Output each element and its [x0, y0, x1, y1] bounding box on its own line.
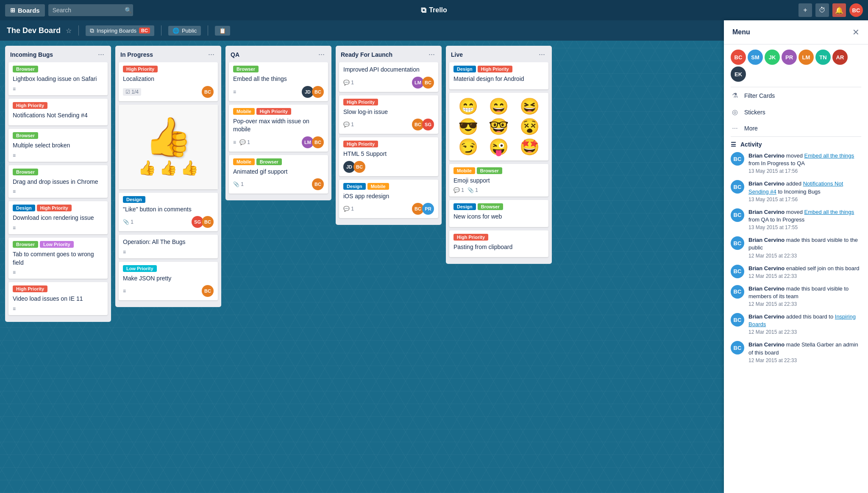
list-menu-button[interactable]: ···: [537, 50, 547, 59]
card-title: Notifications Not Sending #4: [13, 111, 103, 120]
member-avatar-4[interactable]: PR: [782, 50, 797, 65]
card-title: Operation: All The Bugs: [123, 238, 214, 246]
add-button[interactable]: +: [798, 3, 812, 17]
user-avatar[interactable]: BC: [849, 3, 863, 17]
progress-badge: ☑ 1/4: [123, 88, 141, 96]
card-clipboard[interactable]: High Priority Pasting from clipboard: [449, 230, 548, 258]
card-new-icons[interactable]: Design Browser New icons for web: [449, 200, 548, 227]
card-meta: 💬 1 LM BC: [343, 77, 434, 89]
emoji-7: 😏: [453, 138, 483, 156]
card-description-icon: ≡: [123, 288, 126, 294]
card-notifications[interactable]: High Priority Notifications Not Sending …: [8, 99, 108, 126]
filter-cards-item[interactable]: ⚗ Filter Cards: [724, 87, 868, 104]
card-like-button[interactable]: Design "Like" button in comments 📎 1 SG …: [119, 193, 218, 232]
label-mobile: Mobile: [367, 183, 389, 190]
emoji-5: 🤓: [484, 117, 514, 136]
list-menu-button[interactable]: ···: [317, 50, 326, 59]
stickers-item[interactable]: ◎ Stickers: [724, 104, 868, 120]
list-menu-button[interactable]: ···: [427, 50, 437, 59]
label-mobile: Mobile: [233, 108, 255, 115]
label-browser: Browser: [233, 66, 259, 72]
boards-label: Boards: [18, 7, 40, 14]
card-slow-login[interactable]: High Priority Slow log-in issue 💬 1 BC S…: [339, 95, 438, 134]
card-material-design[interactable]: Design High Priority Material design for…: [449, 62, 548, 89]
list-title-live: Live: [451, 51, 463, 58]
timer-button[interactable]: ⏱: [815, 3, 829, 17]
card-ios-redesign[interactable]: Design Mobile iOS app redesign 💬 1 BC PR: [339, 180, 438, 219]
member-avatar-2[interactable]: SM: [748, 50, 763, 65]
card-labels: Mobile High Priority: [233, 108, 324, 115]
panel-close-button[interactable]: ✕: [852, 27, 860, 37]
boards-button[interactable]: ⊞ Boards: [5, 4, 45, 17]
card-labels: Design High Priority: [13, 205, 103, 211]
card-drag-drop[interactable]: Browser Drag and drop issues in Chrome ≡: [8, 165, 108, 198]
notifications-button[interactable]: 🔔: [832, 3, 846, 17]
card-meta: ≡: [13, 225, 103, 231]
member-avatars-row: BC SM JK PR LM TN AR EK: [724, 44, 868, 87]
member-avatar-7[interactable]: AR: [832, 50, 848, 65]
card-multiple-select[interactable]: Browser Multiple select broken ≡: [8, 129, 108, 162]
search-input[interactable]: [48, 4, 133, 16]
activity-link[interactable]: Embed all the things: [804, 152, 854, 159]
card-avatars: BC: [202, 285, 214, 297]
card-avatar-2: BC: [312, 86, 324, 98]
card-lightbox[interactable]: Browser Lightbox loading issue on Safari…: [8, 62, 108, 95]
member-avatar-5[interactable]: LM: [798, 50, 814, 65]
card-meta: 💬 1 BC PR: [343, 203, 434, 215]
card-emoji-support[interactable]: Mobile Browser Emoji support 💬 1 📎 1: [449, 164, 548, 197]
trello-icon: ⧉: [421, 6, 426, 15]
card-meta: ≡: [13, 86, 103, 92]
card-avatar-2: BC: [353, 161, 365, 173]
card-tab-comment[interactable]: Browser Low Priority Tab to comment goes…: [8, 238, 108, 279]
card-emoji-grid[interactable]: 😁 😄 😆 😎 🤓 😵 😏 😜 🤩: [449, 93, 548, 161]
card-localization[interactable]: High Priority Localization ☑ 1/4 BC: [119, 62, 218, 101]
card-labels: Browser: [13, 66, 103, 72]
card-title: Lightbox loading issue on Safari: [13, 75, 103, 83]
card-download-icon[interactable]: Design High Priority Download icon rende…: [8, 201, 108, 234]
card-api-docs[interactable]: Improved API documentation 💬 1 LM BC: [339, 62, 438, 92]
team-label: Inspiring Boards: [97, 28, 136, 34]
more-item[interactable]: ··· More: [724, 120, 868, 136]
list-menu-button[interactable]: ···: [96, 50, 106, 59]
card-title: Localization: [123, 75, 214, 83]
activity-link[interactable]: Embed all the things: [804, 209, 854, 215]
card-meta: ≡ JD BC: [233, 86, 324, 98]
card-json-pretty[interactable]: Low Priority Make JSON pretty ≡ BC: [119, 262, 218, 301]
card-video-load[interactable]: High Priority Video load issues on IE 11…: [8, 282, 108, 315]
member-avatar-3[interactable]: JK: [765, 50, 780, 65]
list-menu-button[interactable]: ···: [206, 50, 216, 59]
card-description-icon: ≡: [13, 306, 16, 312]
share-button[interactable]: 📋: [215, 26, 230, 36]
activity-time-1: 13 May 2015 at 17:56: [748, 168, 861, 174]
card-html5[interactable]: High Priority HTML 5 Support JD BC: [339, 137, 438, 176]
list-ready-for-launch: Ready For Launch ··· Improved API docume…: [336, 46, 442, 225]
trello-team-icon: ⧉: [90, 27, 94, 34]
card-animated-gif[interactable]: Mobile Browser Animated gif support 📎 1 …: [229, 155, 328, 194]
card-avatars: BC: [202, 86, 214, 98]
member-avatar-8[interactable]: EK: [731, 66, 746, 82]
member-avatar-1[interactable]: BC: [731, 50, 746, 65]
card-operation-bugs[interactable]: Operation: All The Bugs ≡: [119, 235, 218, 258]
card-avatars: LM BC: [302, 136, 324, 148]
card-popover[interactable]: Mobile High Priority Pop-over max width …: [229, 105, 328, 152]
list-header-incoming-bugs: Incoming Bugs ···: [5, 46, 111, 62]
card-meta: ≡ 💬 1 LM BC: [233, 136, 324, 148]
board-team[interactable]: ⧉ Inspiring Boards BC: [86, 25, 154, 36]
card-meta: ☑ 1/4 BC: [123, 86, 214, 98]
card-embed[interactable]: Browser Embed all the things ≡ JD BC: [229, 62, 328, 101]
card-meta: 💬 1 BC SG: [343, 119, 434, 130]
activity-item-1: BC Brian Cervino moved Embed all the thi…: [731, 152, 861, 174]
card-avatar: BC: [312, 178, 324, 190]
member-avatar-6[interactable]: TN: [815, 50, 831, 65]
list-cards-live: Design High Priority Material design for…: [446, 62, 552, 264]
card-thumbs-illustration[interactable]: 👍 👍 👍 👍: [119, 105, 218, 189]
card-meta: JD BC: [343, 161, 434, 173]
card-meta-left: ≡ 💬 1: [233, 139, 250, 145]
board-title[interactable]: The Dev Board: [7, 26, 61, 35]
board-visibility[interactable]: 🌐 Public: [168, 26, 201, 36]
activity-icon: ☰: [731, 141, 736, 148]
activity-text-5: Brian Cervino enabled self join on this …: [748, 265, 860, 272]
card-description-icon: ≡: [13, 188, 16, 194]
star-icon[interactable]: ☆: [66, 27, 72, 35]
card-labels: Design High Priority: [453, 66, 544, 72]
